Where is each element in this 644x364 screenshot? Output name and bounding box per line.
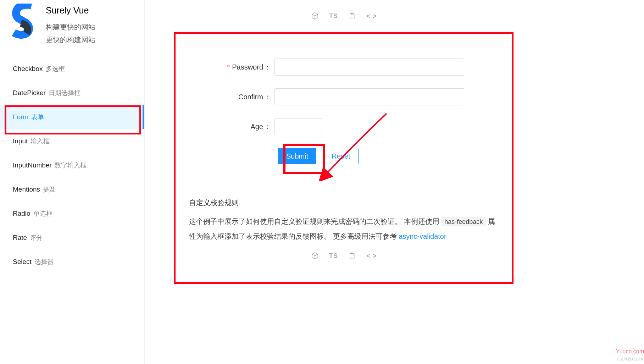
form-row-age: Age： xyxy=(223,118,464,135)
nav-label-en: InputNumber xyxy=(13,161,52,169)
demo-title: 自定义校验规则 xyxy=(189,198,498,208)
nav-label-en: Radio xyxy=(13,210,30,217)
sidebar-item-input[interactable]: Input 输入框 xyxy=(0,129,144,153)
age-input[interactable] xyxy=(274,118,322,135)
password-input[interactable] xyxy=(274,59,464,76)
toolbar-top: TS < > xyxy=(174,0,513,32)
demo-form: Password： Confirm： Age： Submit Reset xyxy=(223,51,464,164)
nav-label-en: Form xyxy=(13,113,28,121)
copy-icon[interactable] xyxy=(348,12,356,20)
form-row-password: Password： xyxy=(223,59,464,76)
demo-card: Password： Confirm： Age： Submit Reset xyxy=(174,32,513,284)
form-row-confirm: Confirm： xyxy=(223,88,464,105)
watermark: Yuucn.com xyxy=(616,348,644,355)
nav-label-cn: 表单 xyxy=(31,113,44,121)
nav-label-en: Rate xyxy=(13,234,27,242)
nav-label-cn: 评分 xyxy=(30,233,43,242)
nav-label-en: DatePicker xyxy=(13,89,46,97)
desc-text-1: 这个例子中展示了如何使用自定义验证规则来完成密码的二次验证。 本例还使用 xyxy=(189,217,441,225)
copy-icon[interactable] xyxy=(348,252,356,260)
nav-label-cn: 提及 xyxy=(43,185,56,194)
password-label: Password： xyxy=(223,62,274,72)
nav-label-cn: 数字输入框 xyxy=(55,161,87,170)
brand-sub-2: 更快的构建网站 xyxy=(46,33,95,46)
nav-label-cn: 输入框 xyxy=(30,137,50,145)
credit: CSDN @XSL·HF xyxy=(617,357,644,361)
main: TS < > Password： Confirm： Age： Submit Re… xyxy=(174,0,513,284)
submit-button[interactable]: Submit xyxy=(278,148,316,164)
ts-toggle[interactable]: TS xyxy=(329,12,338,20)
nav-label-en: Select xyxy=(13,258,32,266)
confirm-label: Confirm： xyxy=(223,92,274,102)
ts-toggle[interactable]: TS xyxy=(329,252,338,260)
nav-label-cn: 单选框 xyxy=(33,209,52,218)
confirm-input[interactable] xyxy=(274,88,464,105)
nav-label-cn: 多选框 xyxy=(46,65,65,73)
nav-label-cn: 日期选择框 xyxy=(49,89,80,97)
codesandbox-icon[interactable] xyxy=(311,252,319,260)
age-label: Age： xyxy=(223,122,274,132)
code-toggle[interactable]: < > xyxy=(366,12,377,20)
logo-icon xyxy=(9,2,39,43)
brand-block: Surely Vue 构建更快的网站 更快的构建网站 xyxy=(46,2,95,46)
sidebar-item-mentions[interactable]: Mentions 提及 xyxy=(0,177,144,202)
reset-button[interactable]: Reset xyxy=(323,148,358,164)
brand-title: Surely Vue xyxy=(46,5,95,16)
sidebar-item-inputnumber[interactable]: InputNumber 数字输入框 xyxy=(0,153,144,177)
demo-description: 自定义校验规则 这个例子中展示了如何使用自定义验证规则来完成密码的二次验证。 本… xyxy=(186,198,501,244)
button-row: Submit Reset xyxy=(223,148,464,164)
sidebar: Surely Vue 构建更快的网站 更快的构建网站 Checkbox 多选框 … xyxy=(0,0,145,364)
nav-label-en: Checkbox xyxy=(13,65,43,73)
nav-label-en: Mentions xyxy=(13,186,40,193)
sidebar-item-form[interactable]: Form 表单 xyxy=(0,105,144,129)
codesandbox-icon[interactable] xyxy=(311,12,319,20)
toolbar-bottom: TS < > xyxy=(186,252,501,263)
sidebar-item-datepicker[interactable]: DatePicker 日期选择框 xyxy=(0,81,144,105)
desc-code-1: has-feedback xyxy=(441,217,486,226)
sidebar-item-checkbox[interactable]: Checkbox 多选框 xyxy=(0,57,144,81)
nav-label-en: Input xyxy=(13,137,28,145)
nav-label-cn: 选择器 xyxy=(34,258,54,266)
sidebar-item-radio[interactable]: Radio 单选框 xyxy=(0,202,144,226)
code-toggle[interactable]: < > xyxy=(366,252,377,260)
async-validator-link[interactable]: async-validator xyxy=(399,232,446,240)
sidebar-item-select[interactable]: Select 选择器 xyxy=(0,250,144,274)
sidebar-brand-header: Surely Vue 构建更快的网站 更快的构建网站 xyxy=(0,0,144,50)
demo-body: 这个例子中展示了如何使用自定义验证规则来完成密码的二次验证。 本例还使用 has… xyxy=(189,214,498,244)
sidebar-nav: Checkbox 多选框 DatePicker 日期选择框 Form 表单 In… xyxy=(0,57,144,274)
brand-sub-1: 构建更快的网站 xyxy=(46,21,95,33)
sidebar-item-rate[interactable]: Rate 评分 xyxy=(0,226,144,250)
